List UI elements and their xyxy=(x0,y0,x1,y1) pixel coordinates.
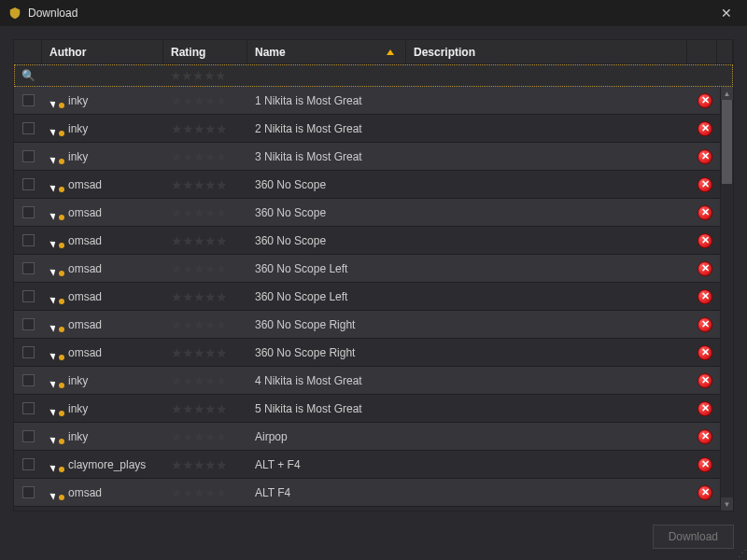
row-rating-stars: ★★★★★ xyxy=(171,205,227,220)
filter-action xyxy=(689,65,719,86)
resize-grip[interactable]: ⋰ xyxy=(738,548,745,558)
row-checkbox[interactable] xyxy=(22,178,35,190)
row-name: 3 Nikita is Most Great xyxy=(255,150,362,163)
delete-button[interactable]: ✕ xyxy=(698,233,712,248)
filter-author[interactable] xyxy=(43,65,164,86)
scroll-up-button[interactable]: ▲ xyxy=(721,87,733,100)
row-checkbox[interactable] xyxy=(22,206,35,218)
filter-name[interactable] xyxy=(248,65,407,86)
scroll-thumb[interactable] xyxy=(722,100,732,184)
scroll-down-button[interactable]: ▼ xyxy=(721,497,733,511)
header-rating[interactable]: Rating xyxy=(163,40,247,63)
row-type-icon xyxy=(49,122,63,135)
delete-button[interactable]: ✕ xyxy=(698,205,712,220)
table-row[interactable]: omsad★★★★★360 No Scope Right✕ xyxy=(14,311,720,339)
row-rating-stars: ★★★★★ xyxy=(171,345,227,360)
row-checkbox[interactable] xyxy=(22,234,35,246)
filter-description[interactable] xyxy=(407,65,689,86)
row-action-cell: ✕ xyxy=(690,87,720,114)
delete-button[interactable]: ✕ xyxy=(698,149,712,164)
row-action-cell: ✕ xyxy=(690,171,720,198)
delete-button[interactable]: ✕ xyxy=(698,93,712,108)
delete-button[interactable]: ✕ xyxy=(698,261,712,276)
table-row[interactable]: omsad★★★★★360 No Scope✕ xyxy=(14,171,720,199)
row-checkbox[interactable] xyxy=(22,458,35,470)
header-description[interactable]: Description xyxy=(406,40,687,63)
table-row[interactable]: inky★★★★★1 Nikita is Most Great✕ xyxy=(14,87,720,115)
close-icon: ✕ xyxy=(701,262,710,274)
delete-button[interactable]: ✕ xyxy=(698,317,712,332)
sort-asc-icon xyxy=(387,49,394,55)
row-checkbox[interactable] xyxy=(22,122,35,134)
table-row[interactable]: inky★★★★★4 Nikita is Most Great✕ xyxy=(14,367,720,395)
row-checkbox[interactable] xyxy=(22,262,35,274)
table-row[interactable]: omsad★★★★★360 No Scope Left✕ xyxy=(14,255,720,283)
table-row[interactable]: inky★★★★★5 Nikita is Most Great✕ xyxy=(14,395,720,423)
table-row[interactable]: omsad★★★★★360 No Scope Right✕ xyxy=(14,339,720,367)
row-checkbox[interactable] xyxy=(22,94,35,106)
titlebar: Download ✕ xyxy=(0,0,747,26)
delete-button[interactable]: ✕ xyxy=(698,289,712,304)
table-row[interactable]: omsad★★★★★ALT F4✕ xyxy=(14,479,720,507)
row-rating-cell: ★★★★★ xyxy=(163,87,247,114)
row-description-cell xyxy=(406,367,690,394)
row-rating-stars: ★★★★★ xyxy=(171,401,227,416)
row-rating-cell: ★★★★★ xyxy=(163,423,247,450)
row-type-icon xyxy=(49,374,63,387)
row-checkbox[interactable] xyxy=(22,374,35,386)
row-author-cell: omsad xyxy=(42,171,163,198)
row-checkbox[interactable] xyxy=(22,402,35,414)
row-action-cell: ✕ xyxy=(690,227,720,254)
row-action-cell: ✕ xyxy=(690,255,720,282)
row-author: inky xyxy=(68,402,88,415)
table-row[interactable]: inky★★★★★Airpop✕ xyxy=(14,423,720,451)
scroll-track[interactable] xyxy=(721,100,733,497)
row-action-cell: ✕ xyxy=(690,199,720,226)
delete-button[interactable]: ✕ xyxy=(698,345,712,360)
row-name: 360 No Scope Left xyxy=(255,290,347,303)
grid-body: inky★★★★★1 Nikita is Most Great✕inky★★★★… xyxy=(14,87,733,511)
search-icon: 🔍 xyxy=(21,69,35,82)
row-author-cell: omsad xyxy=(42,283,163,310)
row-checkbox[interactable] xyxy=(22,346,35,358)
row-rating-stars: ★★★★★ xyxy=(171,457,227,472)
delete-button[interactable]: ✕ xyxy=(698,429,712,444)
scrollbar[interactable]: ▲ ▼ xyxy=(720,87,733,511)
delete-button[interactable]: ✕ xyxy=(698,401,712,416)
row-author: claymore_plays xyxy=(68,458,146,471)
row-rating-cell: ★★★★★ xyxy=(163,479,247,506)
row-checkbox[interactable] xyxy=(22,290,35,302)
row-author: inky xyxy=(68,150,88,163)
delete-button[interactable]: ✕ xyxy=(698,121,712,136)
table-row[interactable]: omsad★★★★★360 No Scope Left✕ xyxy=(14,283,720,311)
download-button[interactable]: Download xyxy=(653,525,734,549)
table-row[interactable]: claymore_plays★★★★★ALT + F4✕ xyxy=(14,451,720,479)
delete-button[interactable]: ✕ xyxy=(698,177,712,192)
table-row[interactable]: omsad★★★★★360 No Scope✕ xyxy=(14,227,720,255)
row-checkbox[interactable] xyxy=(22,486,35,498)
header-checkbox[interactable] xyxy=(14,40,42,63)
delete-button[interactable]: ✕ xyxy=(698,457,712,472)
row-checkbox[interactable] xyxy=(22,150,35,162)
header-author[interactable]: Author xyxy=(42,40,163,63)
delete-button[interactable]: ✕ xyxy=(698,485,712,500)
row-checkbox[interactable] xyxy=(22,318,35,330)
row-rating-cell: ★★★★★ xyxy=(163,367,247,394)
header-name[interactable]: Name xyxy=(247,40,406,63)
row-author: omsad xyxy=(68,234,102,247)
table-row[interactable]: inky★★★★★2 Nikita is Most Great✕ xyxy=(14,115,720,143)
row-description-cell xyxy=(406,423,690,450)
row-name: 360 No Scope Right xyxy=(255,346,355,359)
table-row[interactable]: inky★★★★★3 Nikita is Most Great✕ xyxy=(14,143,720,171)
row-name-cell: 3 Nikita is Most Great xyxy=(247,143,406,170)
table-row[interactable]: omsad★★★★★360 No Scope✕ xyxy=(14,199,720,227)
row-author-cell: inky xyxy=(42,367,163,394)
row-description-cell xyxy=(406,143,690,170)
row-checkbox[interactable] xyxy=(22,430,35,442)
window-title: Download xyxy=(28,7,713,20)
delete-button[interactable]: ✕ xyxy=(698,373,712,388)
close-button[interactable]: ✕ xyxy=(713,6,740,21)
filter-rating[interactable]: ★★★★★ xyxy=(164,65,248,86)
row-rating-stars: ★★★★★ xyxy=(171,93,227,108)
row-description-cell xyxy=(406,283,690,310)
